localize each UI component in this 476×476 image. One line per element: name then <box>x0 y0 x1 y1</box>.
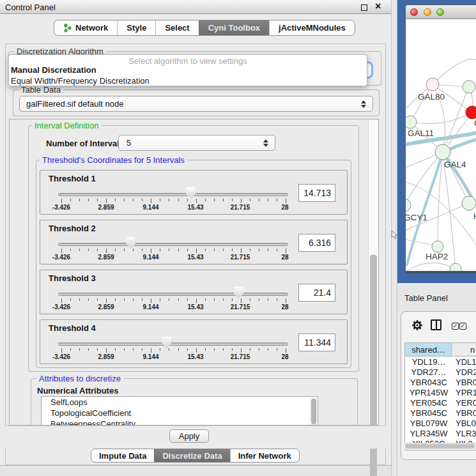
tick-mark <box>277 199 277 201</box>
slider-thumb[interactable] <box>162 337 171 348</box>
tick-mark <box>88 249 89 251</box>
tick-mark <box>115 199 116 201</box>
tab-discretize-data[interactable]: Discretize Data <box>154 449 229 462</box>
table-row[interactable]: YER054CYER0 <box>405 398 476 408</box>
numerical-attributes-list[interactable]: SelfLoopsTopologicalCoefficientBetweenne… <box>41 396 318 426</box>
attribute-item[interactable]: TopologicalCoefficient <box>42 408 318 418</box>
float-window-icon[interactable] <box>361 4 367 11</box>
attributes-scrollbar[interactable] <box>310 397 317 426</box>
table-data-combobox[interactable]: galFiltered.sif default node <box>19 96 373 112</box>
dropdown-option[interactable]: Equal Width/Frequency Discretization <box>11 76 362 86</box>
tick-mark <box>169 249 169 251</box>
axis-tick-label: 2.859 <box>92 353 120 360</box>
cell-shared-name: YER054C <box>405 398 452 408</box>
zoom-traffic-light-icon[interactable] <box>436 8 444 16</box>
apply-button[interactable]: Apply <box>169 429 209 443</box>
axis-tick-label: 21.715 <box>226 204 254 211</box>
split-table-icon[interactable] <box>431 319 441 330</box>
close-traffic-light-icon[interactable] <box>410 8 418 16</box>
tick-mark <box>187 348 188 351</box>
tick-mark <box>160 249 160 251</box>
tab-style[interactable]: Style <box>117 20 155 35</box>
apply-bar: Apply <box>5 426 386 449</box>
tick-mark <box>79 249 80 251</box>
table-horizontal-scrollbar[interactable] <box>404 443 476 449</box>
network-node-label: HAP2 <box>426 252 448 261</box>
table-row[interactable]: YBL079WYBL0 <box>405 418 476 429</box>
tick-mark <box>97 249 98 251</box>
tab-label: jActiveMNodules <box>279 23 346 33</box>
axis-tick-label: 21.715 <box>226 254 254 261</box>
tick-mark <box>106 199 107 203</box>
table-row[interactable]: YLR345WYLR3 <box>405 429 476 439</box>
axis-tick-label: 15.43 <box>181 254 210 261</box>
tab-cyni-toolbox[interactable]: Cyni Toolbox <box>199 20 269 35</box>
minimize-traffic-light-icon[interactable] <box>424 8 431 16</box>
tick-mark <box>124 298 125 301</box>
tick-mark <box>214 199 215 201</box>
slider-track[interactable] <box>58 193 288 196</box>
tab-jactivemnodules[interactable]: jActiveMNodules <box>269 20 355 35</box>
threshold-value-field[interactable]: 6.316 <box>298 234 335 252</box>
tick-mark <box>286 199 286 203</box>
network-node-label: GAL11 <box>408 128 434 138</box>
network-node <box>406 116 417 128</box>
tick-mark <box>241 348 242 353</box>
axis-tick-label: 28 <box>271 204 299 211</box>
checkbox-icon-2[interactable]: ✓ <box>459 323 466 330</box>
threshold-value-field[interactable]: 21.4 <box>298 284 335 302</box>
table-row[interactable]: YDR27…YDR2 <box>405 367 476 378</box>
tick-mark <box>250 348 250 351</box>
slider-thumb[interactable] <box>126 237 135 249</box>
attribute-item[interactable]: SelfLoops <box>42 397 318 408</box>
network-window-titlebar[interactable] <box>406 5 476 19</box>
close-icon[interactable]: × <box>375 1 381 12</box>
tick-mark <box>214 249 215 251</box>
checkbox-icon-1[interactable]: ✓ <box>452 323 459 330</box>
column-header-shared-name[interactable]: shared… <box>405 343 452 357</box>
tick-mark <box>268 249 268 251</box>
tick-mark <box>97 298 98 301</box>
tab-impute-data[interactable]: Impute Data <box>91 449 154 462</box>
tick-mark <box>205 298 206 301</box>
tick-mark <box>241 199 242 203</box>
axis-tick-label: 9.144 <box>137 204 165 211</box>
column-header-name[interactable]: n <box>453 343 476 357</box>
slider-track[interactable] <box>58 243 288 246</box>
table-row[interactable]: YBR045CYBR0 <box>405 408 476 418</box>
tick-mark <box>223 199 224 201</box>
table-row[interactable]: YDL19…YDL1 <box>405 357 476 367</box>
axis-tick-label: 28 <box>271 303 299 311</box>
number-of-intervals-spinner[interactable]: 5 <box>118 135 275 151</box>
tick-mark <box>223 348 224 351</box>
threshold-value-field[interactable]: 11.344 <box>298 334 335 351</box>
threshold-value-field[interactable]: 14.713 <box>298 184 335 202</box>
network-node <box>406 199 411 211</box>
gear-icon[interactable] <box>411 319 423 331</box>
slider-thumb[interactable] <box>234 287 243 298</box>
table-row[interactable]: YPR145WYPR1 <box>405 388 476 398</box>
slider-ticks <box>61 298 286 303</box>
tick-mark <box>106 249 107 253</box>
slider-track[interactable] <box>58 342 288 346</box>
tab-infer-network[interactable]: Infer Network <box>230 449 299 462</box>
tab-select[interactable]: Select <box>155 20 198 35</box>
tick-mark <box>259 348 259 351</box>
settings-vertical-scrollbar[interactable] <box>368 120 378 424</box>
axis-tick-label: 15.43 <box>181 303 210 311</box>
mouse-cursor <box>391 230 398 240</box>
tick-mark <box>232 298 233 301</box>
cell-name: YER0 <box>456 398 476 408</box>
threshold-panel: Threshold 4-3.4262.8599.14415.4321.71528… <box>40 319 348 364</box>
dropdown-option[interactable]: Manual Discretization <box>11 65 362 75</box>
network-canvas[interactable]: GAL80GCGAL11GAL4GCY1HHAP2 <box>406 19 476 272</box>
slider-track[interactable] <box>58 293 288 296</box>
cell-name: YBL0 <box>456 418 476 429</box>
table-row[interactable]: YBR043CYBR0 <box>405 378 476 388</box>
tick-mark <box>79 199 80 201</box>
tick-mark <box>88 348 89 351</box>
slider-thumb[interactable] <box>186 187 196 199</box>
axis-tick-label: 2.859 <box>92 254 120 261</box>
attribute-item[interactable]: BetweennessCentrality <box>42 418 318 426</box>
tab-network[interactable]: Network <box>54 20 117 35</box>
